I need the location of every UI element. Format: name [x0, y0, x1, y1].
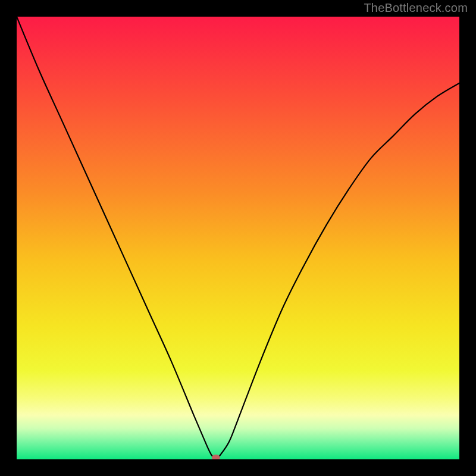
- chart-plot: [17, 17, 459, 459]
- chart-frame: TheBottleneck.com: [0, 0, 476, 476]
- plot-background: [17, 17, 459, 459]
- watermark-text: TheBottleneck.com: [364, 1, 468, 15]
